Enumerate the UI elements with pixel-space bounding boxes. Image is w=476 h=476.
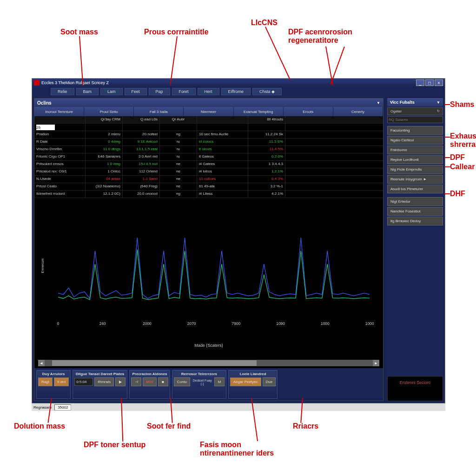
side-item[interactable]: Nigt Ertedor <box>387 197 443 206</box>
side-footer: Erutennt Seciorc <box>387 376 443 401</box>
chevron-down-icon[interactable]: ▼ <box>436 100 440 105</box>
menubar: RelieBamLamFeetPapFonrtHertEiffromeChsta… <box>32 87 445 96</box>
menu-item[interactable]: Hert <box>198 88 219 95</box>
menu-item[interactable]: Eiffrome <box>221 88 251 95</box>
table-input[interactable] <box>36 125 55 130</box>
chevron-down-icon[interactable]: ▼ <box>377 101 380 105</box>
side-item[interactable]: itg Brrasiec Dedoy <box>387 217 443 225</box>
tab[interactable]: Inorool Temnture <box>34 107 84 116</box>
cell: ru <box>160 139 197 145</box>
side-item[interactable]: Asudl tos Ptmeturer <box>387 185 443 193</box>
window-title: Eccles 3 TheMion Rulgaet Scricey Z <box>41 80 109 85</box>
cell: (3/2 Noanemo) <box>86 183 123 190</box>
status-value: 35002 <box>54 404 71 410</box>
cell: 10 sec flmo Aurile <box>197 131 248 138</box>
annotation: Dolution mass <box>14 422 65 430</box>
bottom-button[interactable]: Due <box>263 377 276 386</box>
menu-item[interactable]: Chsta ◆ <box>252 88 282 95</box>
cell: 112 Ortend <box>123 168 160 175</box>
bottom-button[interactable]: M09 <box>143 377 157 386</box>
bottom-button[interactable]: ▶ <box>115 377 126 386</box>
scroll-left-button[interactable]: ◄ <box>38 360 45 366</box>
side-item[interactable]: Facolonting <box>387 126 443 135</box>
side-item[interactable]: Reenute Insygrrom ► <box>387 175 443 184</box>
cell: 1 Ontcc <box>86 168 123 175</box>
svg-text:240: 240 <box>99 321 106 326</box>
bottom-label: Dedicet Foay (-) <box>192 379 213 385</box>
column-header <box>197 116 248 123</box>
annotation: Prous corrraintitle <box>144 28 209 36</box>
side-header-label: Vicc Fubalts <box>390 100 415 105</box>
bottom-button[interactable]: Abgar Peetyec <box>230 377 261 386</box>
cell: ng <box>160 131 197 138</box>
tab[interactable]: Fall 3 balla <box>134 107 184 116</box>
table-row: Priation2 mleru20.nofeelng10 sec flmo Au… <box>34 131 383 139</box>
status-label: Regnasare <box>33 405 52 410</box>
bottom-button[interactable]: 9 drd <box>54 377 69 386</box>
main-panel-header: Oclins ▼ <box>34 99 383 107</box>
cell: 0 4dmg <box>86 139 123 145</box>
menu-item[interactable]: Fonrt <box>172 88 196 95</box>
bottom-input[interactable] <box>74 378 93 386</box>
bottom-button[interactable]: ■ <box>158 377 168 386</box>
bottom-button[interactable]: Ragt <box>38 377 53 386</box>
scroll-thumb[interactable] <box>52 360 257 366</box>
table-row: R Dale0 4dmg9 1E Antcodruid colocs11.3 S… <box>34 139 383 146</box>
cell: 1 3.4.4.3 <box>248 161 285 168</box>
menu-item[interactable]: Lam <box>100 88 123 95</box>
cell: 1.2.1% <box>248 168 285 175</box>
minimize-button[interactable]: _ <box>416 79 424 86</box>
annotation: Fasis moon ntirenantinener iders <box>200 441 284 457</box>
bottom-button[interactable]: Conto <box>174 377 190 386</box>
cell: 11 colloes <box>197 176 248 183</box>
cell: ru <box>160 153 197 160</box>
cell: 3 0 Anrt md <box>123 153 160 160</box>
menu-item[interactable]: Feet <box>125 88 147 95</box>
cell: Frtonlc Crgo OP1 <box>34 153 86 160</box>
maximize-button[interactable]: □ <box>425 79 434 86</box>
annotation: Callear <box>450 163 475 171</box>
bottom-button[interactable]: ⊣ <box>131 377 141 386</box>
side-item[interactable]: Nig Ficle Emprndts <box>387 165 443 174</box>
cell: 11 0 dtngs <box>86 146 123 153</box>
horizontal-scrollbar[interactable]: ◄ ► <box>38 360 379 366</box>
svg-text:0: 0 <box>57 321 60 326</box>
menu-item[interactable]: Relie <box>51 88 74 95</box>
annotation: Soot mass <box>60 28 98 36</box>
svg-text:1090: 1090 <box>276 321 285 326</box>
annotation: DPF acenrorosion regeneratitore <box>288 28 372 45</box>
side-subheader[interactable]: Ogeter ↻ <box>387 107 443 115</box>
annotation: Soot fer find <box>147 422 191 430</box>
bottom-button[interactable]: Rtmrats <box>94 377 114 386</box>
table-row: N-Usede04 amas1-1 Sandne11 colloes0.4 3% <box>34 176 383 183</box>
cell: 20.nofeel <box>123 131 160 138</box>
side-item[interactable]: Nandlee Fosestiot <box>387 207 443 216</box>
cell: ng <box>160 191 197 198</box>
side-item[interactable]: Fninbomn <box>387 145 443 154</box>
bottom-group: Duy ArruiorsRagt9 drd <box>36 370 71 399</box>
scroll-right-button[interactable]: ► <box>373 360 379 366</box>
side-item[interactable]: Repive Lordfronll <box>387 155 443 164</box>
cell: 9 1E Antcod <box>123 139 160 145</box>
side-item[interactable]: Ngaio Certicol <box>387 136 443 145</box>
tab[interactable]: Niermeer <box>184 107 233 116</box>
menu-item[interactable]: Bam <box>76 88 99 95</box>
tab[interactable]: Proul Sinto <box>84 107 134 116</box>
cell: 20.0 onocod <box>123 191 160 198</box>
bottom-group: Dilgue Tansel Dareet PiatesRtmrats▶ <box>73 370 127 399</box>
refresh-icon[interactable]: ↻ <box>437 109 440 113</box>
side-search-input[interactable] <box>387 116 443 123</box>
annotation: Shams <box>450 100 474 109</box>
cell: ne <box>160 168 197 175</box>
tab[interactable]: Cenerty <box>333 107 383 116</box>
bottom-button[interactable]: M <box>214 377 225 386</box>
menu-item[interactable]: Pap <box>149 88 170 95</box>
cell: ne <box>160 161 197 168</box>
cell: E46 Sanamrs <box>86 153 123 160</box>
tab[interactable]: Exanual Tempting <box>234 107 284 116</box>
bottom-group-title: Duy Arruiors <box>38 372 69 376</box>
chart-area: Erenecum 1.5001.2001.0901.0001.000110010… <box>34 198 383 358</box>
close-button[interactable]: × <box>435 79 443 86</box>
tab[interactable]: Eroots <box>284 107 333 116</box>
side-footer-label: Erutennt Seciorc <box>400 380 431 385</box>
